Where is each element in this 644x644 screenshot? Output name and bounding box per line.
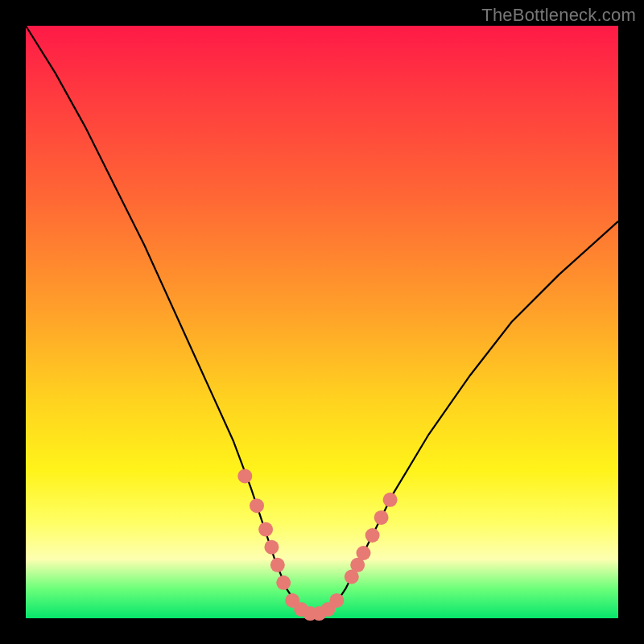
plot-area xyxy=(26,26,618,618)
highlight-dot xyxy=(365,528,380,543)
valley-curve xyxy=(26,26,618,618)
highlight-dot xyxy=(250,498,264,513)
watermark-text: TheBottleneck.com xyxy=(481,5,636,26)
highlight-dot xyxy=(374,510,389,525)
highlight-dot xyxy=(329,593,344,608)
highlight-dot xyxy=(264,540,279,555)
highlight-dot xyxy=(383,493,398,507)
highlight-dot xyxy=(237,469,252,483)
chart-frame: TheBottleneck.com xyxy=(0,0,644,644)
highlight-dot xyxy=(276,576,291,590)
highlight-dot xyxy=(270,558,285,572)
highlight-dot xyxy=(258,522,273,537)
highlight-dot xyxy=(357,546,371,560)
curve-layer xyxy=(26,26,618,618)
highlight-dots-group xyxy=(237,469,397,621)
